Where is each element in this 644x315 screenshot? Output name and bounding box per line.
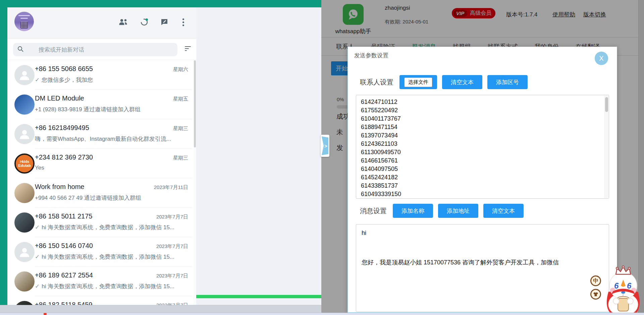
chat-time: 星期五: [173, 96, 188, 102]
whatsapp-header-icons: [119, 18, 186, 26]
chat-name: +86 16218499495: [35, 124, 89, 132]
check-icon: ✓: [35, 283, 40, 290]
check-icon: ✓: [35, 254, 40, 260]
message-settings-row: 消息设置 添加名称添加地址清空文本: [360, 204, 529, 218]
phone-number-line: 61243621103: [361, 140, 602, 148]
modal-button-清空文本[interactable]: 清空文本: [483, 204, 524, 218]
phone-number-line: 61404097505: [361, 165, 602, 173]
chat-name: +86 182 5118 5459: [35, 301, 92, 305]
taskbar-red-icon: [44, 313, 47, 315]
contacts-section-label: 联系人设置: [360, 78, 393, 87]
chat-avatar: [14, 242, 35, 262]
chat-time: 星期三: [173, 125, 188, 132]
scrollbar-thumb[interactable]: [194, 60, 196, 147]
window-bottom-band: [0, 305, 321, 313]
contacts-buttons: 清空文本添加区号: [442, 75, 533, 89]
phone-number-line: 61424710112: [361, 98, 602, 106]
chat-list: +86 155 5068 6655 星期六 ✓您微信多少，我加您 DM LED …: [7, 60, 194, 305]
scrollbar-thumb[interactable]: [605, 97, 608, 112]
chat-list-item[interactable]: +86 16218499495 星期三 嗨，需要WhatsApp、Instagr…: [7, 119, 194, 149]
chat-name: DM LED Module: [35, 94, 84, 102]
chat-avatar: [14, 212, 35, 233]
person-icon: [19, 69, 30, 81]
chat-preview: Yes: [35, 165, 186, 171]
whatsapp-header: [7, 7, 196, 39]
profile-avatar[interactable]: [14, 12, 34, 31]
shirt-icon: [593, 292, 598, 297]
avatar-badge-text: >kidsEdutab: [18, 160, 31, 168]
chat-name: Work from home: [35, 183, 84, 191]
modal-button-添加名称[interactable]: 添加名称: [393, 204, 433, 218]
chat-name: +86 158 5011 2175: [35, 212, 92, 220]
chat-time: 星期六: [173, 66, 188, 73]
svg-text:6: 6: [627, 281, 632, 290]
chat-avatar: [14, 183, 35, 203]
chat-list-item[interactable]: +86 182 5118 5459 2023年7月7日: [7, 296, 194, 305]
chat-list-item[interactable]: >kidsEdutab +234 812 369 2730 星期三 Yes: [7, 149, 194, 178]
phone-numbers-textarea[interactable]: 6142471011261755220492610401173767618894…: [356, 95, 609, 199]
chat-avatar: [14, 94, 35, 115]
chat-preview: +994 40 566 27 49 通过邀请链接加入群组: [35, 194, 186, 202]
phone-number-line: 610493339150: [361, 190, 602, 198]
chat-list-item[interactable]: +86 189 6217 2554 2023年7月7日 ✓hi 海关数据查询系统…: [7, 267, 194, 296]
choose-file-button[interactable]: 选择文件: [399, 75, 437, 89]
check-icon: ✓: [35, 224, 40, 231]
chat-list-item[interactable]: +86 158 5011 2175 2023年7月7日 ✓hi 海关数据查询系统…: [7, 208, 194, 237]
chat-time: 2023年7月7日: [156, 302, 188, 305]
person-icon: [19, 128, 30, 140]
chat-preview: 嗨，需要WhatsApp、Instagram最新自动化群发引流...: [35, 135, 186, 143]
whatsapp-window: 搜索或开始新对话 +86 155 5068 6655 星期六 ✓您微信多少，我加…: [0, 0, 321, 305]
chat-name: +86 150 5146 0740: [35, 242, 93, 250]
chat-time: 2023年7月7日: [156, 243, 188, 250]
message-section-label: 消息设置: [360, 206, 387, 215]
phone-number-line: 611300949570: [361, 148, 602, 156]
chat-list-item[interactable]: Work from home 2023年7月11日 +994 40 566 27…: [7, 178, 194, 208]
chat-list-item[interactable]: +86 150 5146 0740 2023年7月7日 ✓hi 海关数据查询系统…: [7, 237, 194, 267]
message-line: hi: [362, 229, 603, 237]
language-button[interactable]: 中: [590, 275, 601, 286]
chat-avatar: [14, 124, 35, 144]
chat-list-item[interactable]: DM LED Module 星期五 +1 (928) 833-9819 通过邀请…: [7, 90, 194, 119]
chat-list-item[interactable]: +86 155 5068 6655 星期六 ✓您微信多少，我加您: [7, 60, 194, 90]
chat-time: 星期三: [173, 155, 188, 161]
chat-name: +234 812 369 2730: [35, 153, 93, 161]
modal-button-添加区号[interactable]: 添加区号: [487, 75, 528, 89]
chat-list-scrollbar[interactable]: [194, 60, 196, 305]
modal-button-清空文本[interactable]: 清空文本: [442, 75, 482, 89]
status-icon[interactable]: [140, 18, 148, 26]
phone-number-line: 61889471154: [361, 123, 602, 131]
new-chat-icon[interactable]: [160, 18, 168, 26]
search-input[interactable]: 搜索或开始新对话: [13, 43, 177, 56]
avatar-decor: [18, 15, 30, 16]
person-icon: [19, 246, 30, 258]
message-line: 您好，我是顶易赵小姐 15170077536 咨询了解外贸客户开发工具，加微信: [362, 258, 603, 267]
close-icon[interactable]: X: [595, 52, 608, 65]
phone-number-line: 61466156761: [361, 156, 602, 165]
outfit-button[interactable]: [590, 289, 601, 300]
message-line: [362, 243, 603, 252]
phone-number-line: 61433851737: [361, 182, 602, 190]
phone-number-line: 61755220492: [361, 106, 602, 115]
phone-number-line: 610401173767: [361, 115, 602, 123]
bottom-edge-strip: [0, 313, 644, 315]
chat-preview: +1 (928) 833-9819 通过邀请链接加入群组: [35, 106, 186, 113]
whatsapp-sidebar: 搜索或开始新对话 +86 155 5068 6655 星期六 ✓您微信多少，我加…: [7, 7, 196, 305]
search-row: 搜索或开始新对话: [7, 39, 196, 60]
qr-code: [20, 22, 28, 28]
search-placeholder: 搜索或开始新对话: [39, 46, 84, 54]
filter-icon[interactable]: [185, 46, 191, 51]
phone-number-line: 61397073494: [361, 131, 602, 140]
message-textarea[interactable]: hi您好，我是顶易赵小姐 15170077536 咨询了解外贸客户开发工具，加微…: [356, 224, 609, 312]
phone-number-line: 61452424182: [361, 173, 602, 182]
modal-button-添加地址[interactable]: 添加地址: [438, 204, 478, 218]
chat-avatar: [14, 65, 35, 85]
menu-icon[interactable]: [180, 18, 186, 26]
mascot-character[interactable]: 6 6: [603, 265, 643, 313]
expand-handle[interactable]: >: [321, 135, 329, 157]
chat-name: +86 189 6217 2554: [35, 271, 93, 279]
chat-preview: ✓您微信多少，我加您: [35, 76, 186, 84]
chat-avatar: [14, 271, 35, 292]
check-icon: ✓: [35, 77, 40, 83]
communities-icon[interactable]: [119, 18, 128, 26]
chat-time: 2023年7月11日: [154, 184, 188, 191]
